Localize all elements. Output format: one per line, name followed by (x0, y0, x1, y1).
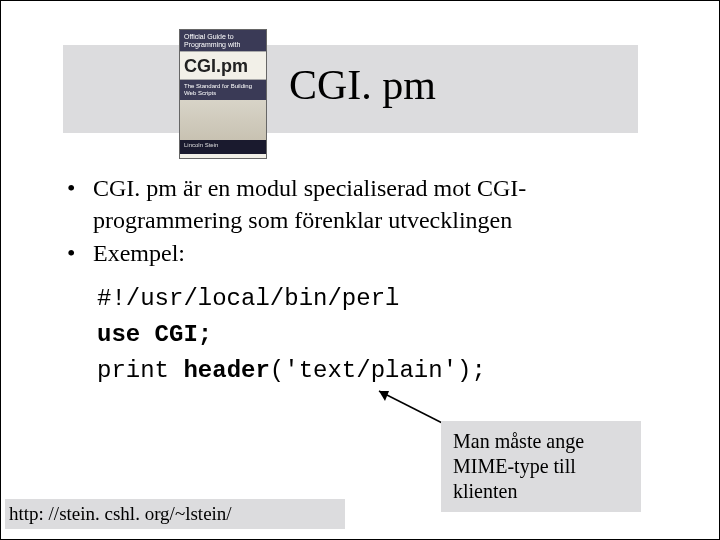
book-title: CGI.pm (180, 51, 266, 80)
book-art (180, 100, 266, 140)
bullet-dot: • (63, 238, 93, 270)
book-author: Lincoln Stein (180, 140, 266, 154)
code-print: print (97, 357, 183, 384)
bullet-text-1: CGI. pm är en modul specialiserad mot CG… (93, 173, 661, 236)
code-line-2: use CGI; (97, 317, 486, 353)
code-use-cgi: use CGI; (97, 321, 212, 348)
book-banner: Official Guide to Programming with (180, 30, 266, 51)
book-subtitle: The Standard for Building Web Scripts (180, 80, 266, 99)
bullet-dot: • (63, 173, 93, 236)
footer-url: http: //stein. cshl. org/~lstein/ (5, 499, 345, 529)
callout-box: Man måste ange MIME-type till klienten (441, 421, 641, 512)
bullet-item: • CGI. pm är en modul specialiserad mot … (63, 173, 661, 236)
code-block: #!/usr/local/bin/perl use CGI; print hea… (97, 281, 486, 389)
content-area: • CGI. pm är en modul specialiserad mot … (63, 173, 661, 272)
bullet-text-2: Exempel: (93, 238, 661, 270)
code-header: header (183, 357, 269, 384)
svg-marker-1 (379, 391, 389, 401)
code-line-3: print header('text/plain'); (97, 353, 486, 389)
book-cover-image: Official Guide to Programming with CGI.p… (179, 29, 267, 159)
code-args: ('text/plain'); (270, 357, 486, 384)
slide-title: CGI. pm (289, 61, 436, 109)
code-line-1: #!/usr/local/bin/perl (97, 281, 486, 317)
bullet-item: • Exempel: (63, 238, 661, 270)
